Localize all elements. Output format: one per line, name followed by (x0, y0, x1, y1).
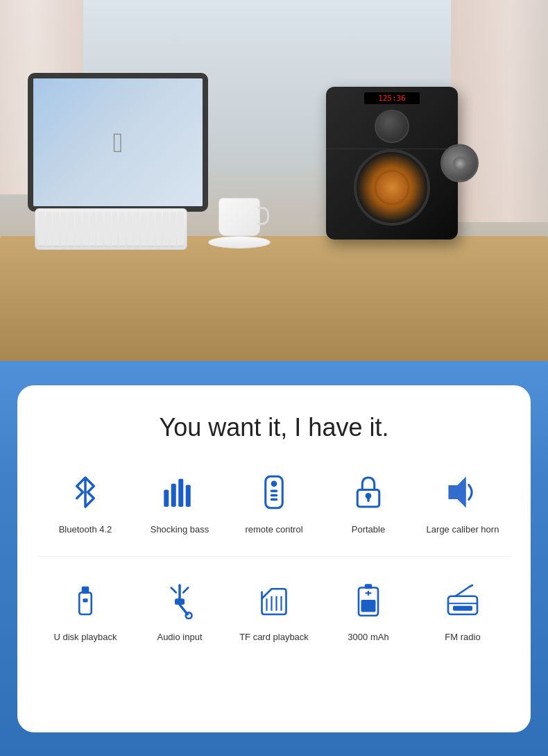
feature-battery: 3000 mAh (327, 578, 410, 644)
bass-icon (157, 470, 202, 514)
svg-rect-6 (271, 489, 278, 492)
svg-rect-31 (448, 596, 477, 614)
speaker-top-panel: 125:36 (326, 87, 458, 149)
key (112, 212, 119, 246)
svg-line-21 (183, 588, 188, 593)
key (96, 212, 103, 246)
speaker-display: 125:36 (364, 92, 420, 104)
audio-label: Audio input (157, 632, 202, 644)
tfcard-icon (252, 578, 296, 622)
radio-label: FM radio (445, 632, 480, 644)
radio-icon (440, 578, 485, 622)
svg-marker-12 (449, 478, 465, 505)
svg-rect-28 (361, 600, 376, 612)
remote-icon (252, 470, 296, 514)
speaker: 125:36 (326, 87, 465, 253)
audio-icon (157, 578, 202, 622)
key (75, 212, 82, 246)
key (170, 212, 177, 246)
feature-bluetooth: Bluetooth 4.2 (44, 470, 127, 536)
features-divider (38, 556, 510, 557)
svg-rect-8 (271, 498, 278, 501)
feature-horn: Large caliber horn (421, 470, 504, 536)
svg-point-5 (271, 480, 277, 487)
svg-rect-13 (79, 593, 92, 615)
key (126, 212, 133, 246)
svg-rect-33 (453, 606, 472, 611)
key (89, 212, 96, 246)
remote-label: remote control (245, 524, 302, 536)
key (119, 212, 126, 246)
cup (219, 198, 260, 236)
feature-udisk: U disk playback (44, 578, 127, 644)
portable-label: Portable (352, 524, 385, 536)
feature-audio: Audio input (138, 578, 221, 644)
battery-label: 3000 mAh (348, 632, 388, 644)
speaker-body: 125:36 (326, 87, 458, 240)
feature-tfcard: TF card playback (232, 578, 316, 644)
features-row-1: Bluetooth 4.2 Shocking bass (38, 470, 510, 536)
key (46, 212, 53, 246)
feature-portable: Portable (327, 470, 410, 536)
key (53, 212, 60, 246)
feature-remote: remote control (232, 470, 316, 536)
speaker-side-tweeter-inner (453, 156, 467, 170)
key (67, 212, 74, 246)
horn-icon (440, 470, 485, 514)
imac-screen-inner:  (33, 78, 203, 206)
bluetooth-label: Bluetooth 4.2 (59, 524, 112, 536)
horn-label: Large caliber horn (427, 524, 499, 536)
feature-radio: FM radio (421, 578, 504, 644)
key (148, 212, 155, 246)
key (38, 212, 45, 246)
svg-rect-7 (271, 494, 278, 496)
bass-label: Shocking bass (151, 524, 209, 536)
svg-rect-2 (178, 478, 183, 506)
features-headline: You want it, I have it. (160, 413, 389, 442)
svg-rect-14 (82, 587, 89, 594)
saucer (208, 236, 271, 249)
svg-rect-0 (164, 489, 169, 507)
svg-rect-3 (186, 485, 191, 507)
tfcard-label: TF card playback (239, 632, 309, 644)
speaker-woofer (354, 149, 430, 226)
cup-area (208, 233, 271, 249)
udisk-label: U disk playback (53, 632, 117, 644)
product-photo-section:  125:36 (0, 0, 548, 361)
portable-icon (346, 470, 391, 514)
curtain-right (451, 0, 548, 222)
key (104, 212, 111, 246)
features-grid: Bluetooth 4.2 Shocking bass (38, 470, 510, 644)
key (82, 212, 89, 246)
udisk-icon (63, 578, 108, 622)
battery-icon (346, 578, 391, 622)
svg-rect-11 (367, 497, 370, 502)
svg-line-35 (470, 585, 473, 587)
features-row-2: U disk playback (38, 578, 510, 644)
svg-line-20 (171, 588, 176, 593)
features-card: You want it, I have it. Bluetooth 4.2 (17, 385, 531, 732)
svg-point-19 (186, 613, 192, 619)
key (60, 212, 67, 246)
desk (0, 236, 548, 361)
features-section: You want it, I have it. Bluetooth 4.2 (0, 361, 548, 756)
svg-rect-27 (365, 585, 373, 589)
speaker-side-tweeter (440, 144, 479, 183)
feature-bass: Shocking bass (138, 470, 221, 536)
key (155, 212, 162, 246)
speaker-woofer-inner (375, 170, 409, 205)
key (162, 212, 169, 246)
imac-screen:  (28, 73, 208, 212)
bluetooth-icon (63, 470, 108, 514)
svg-line-34 (456, 587, 470, 596)
keyboard (35, 208, 187, 250)
svg-rect-15 (83, 599, 88, 603)
speaker-knob (375, 110, 409, 143)
key (133, 212, 140, 246)
key (141, 212, 148, 246)
key (177, 212, 184, 246)
svg-rect-1 (171, 483, 176, 506)
apple-logo-icon:  (113, 127, 123, 158)
